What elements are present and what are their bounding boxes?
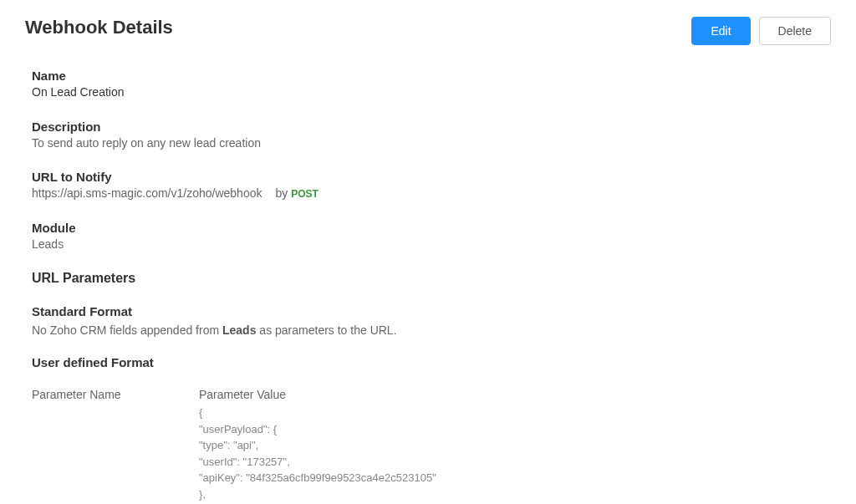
module-label: Module xyxy=(32,221,831,235)
description-label: Description xyxy=(32,120,831,134)
page-title: Webhook Details xyxy=(25,17,173,38)
url-value: https://api.sms-magic.com/v1/zoho/webhoo… xyxy=(32,186,262,202)
param-value-header: Parameter Value xyxy=(199,388,831,401)
action-buttons: Edit Delete xyxy=(691,17,831,45)
name-label: Name xyxy=(32,69,831,83)
payload-code: { "userPayload": { "type": "api", "userI… xyxy=(199,405,831,504)
description-value: To send auto reply on any new lead creat… xyxy=(32,135,831,152)
standard-format-text: No Zoho CRM fields appended from Leads a… xyxy=(32,323,831,337)
url-parameters-heading: URL Parameters xyxy=(32,271,831,286)
name-value: On Lead Creation xyxy=(32,84,831,101)
url-label: URL to Notify xyxy=(32,170,831,184)
method-badge: POST xyxy=(291,188,318,200)
by-label: by xyxy=(275,186,288,200)
param-name-header: Parameter Name xyxy=(32,388,199,401)
standard-format-heading: Standard Format xyxy=(32,304,831,318)
edit-button[interactable]: Edit xyxy=(691,17,750,45)
delete-button[interactable]: Delete xyxy=(759,17,831,45)
module-value: Leads xyxy=(32,237,831,253)
user-defined-heading: User defined Format xyxy=(32,355,831,369)
